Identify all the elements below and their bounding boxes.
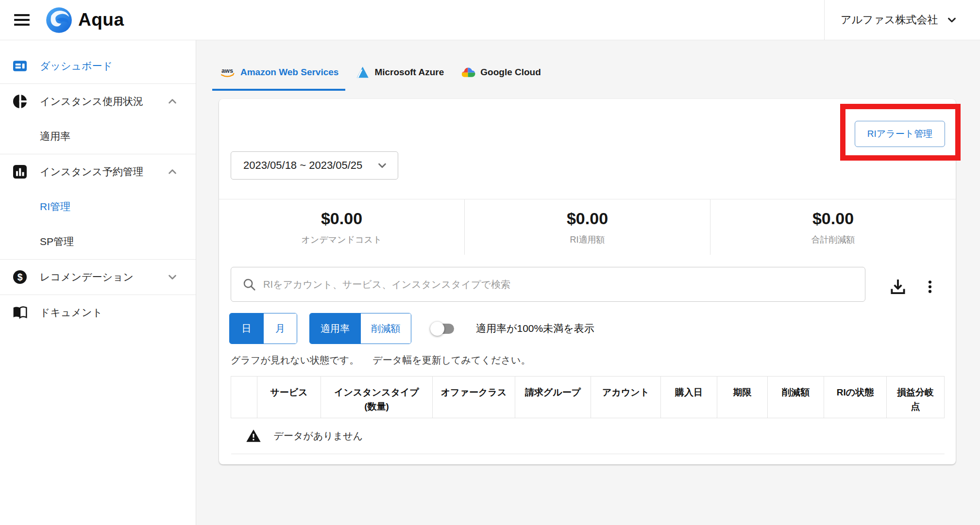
date-range-select[interactable]: 2023/05/18 ~ 2023/05/25 — [231, 151, 398, 180]
google-cloud-icon — [460, 66, 475, 78]
table-header-savings: 削減額 — [768, 377, 824, 418]
stat-total-savings: $0.00 合計削減額 — [710, 199, 956, 255]
chart-controls: 日 月 適用率 削減額 適用率が100%未満を表示 — [229, 313, 594, 344]
book-icon — [12, 305, 28, 320]
period-day-button[interactable]: 日 — [230, 313, 263, 344]
table-header-offering-class: オファークラス — [433, 377, 515, 418]
table-header-ri-status: RIの状態 — [824, 377, 887, 418]
ri-management-panel: RIアラート管理 2023/05/18 ~ 2023/05/25 $0.00 オ… — [219, 99, 956, 464]
kebab-menu-icon — [922, 279, 938, 295]
ri-table: サービス インスタンスタイプ (数量) オファークラス 請求グループ アカウント… — [231, 376, 945, 454]
stat-label: 合計削減額 — [811, 234, 855, 246]
hamburger-icon — [13, 12, 31, 28]
svg-text:$: $ — [17, 272, 23, 282]
aqua-logo-icon — [46, 7, 72, 33]
sidebar-item-ri-management[interactable]: RI管理 — [0, 189, 196, 224]
stat-value: $0.00 — [321, 209, 362, 228]
table-header-expiration: 期限 — [717, 377, 768, 418]
warning-icon — [246, 428, 261, 443]
stat-ri-applied-amount: $0.00 RI適用額 — [464, 199, 710, 255]
sidebar-item-sp-management[interactable]: SP管理 — [0, 224, 196, 259]
tab-label: Amazon Web Services — [240, 67, 338, 78]
tab-amazon-web-services[interactable]: aws Amazon Web Services — [212, 56, 345, 91]
company-selector[interactable]: アルファス株式会社 — [824, 0, 980, 40]
period-toggle: 日 月 — [229, 313, 297, 344]
tab-google-cloud[interactable]: Google Cloud — [454, 56, 548, 91]
sidebar-item-recommendation[interactable]: $ レコメンデーション — [0, 260, 196, 295]
company-name: アルファス株式会社 — [841, 13, 938, 27]
table-header-service: サービス — [257, 377, 321, 418]
cloud-provider-tabs: aws Amazon Web Services Microsoft Azure — [196, 40, 980, 91]
table-header-row: サービス インスタンスタイプ (数量) オファークラス 請求グループ アカウント… — [231, 377, 945, 418]
sidebar-label: インスタンス予約管理 — [40, 165, 143, 179]
cost-summary: $0.00 オンデマンドコスト $0.00 RI適用額 $0.00 合計削減額 — [219, 199, 956, 255]
tab-label: Microsoft Azure — [374, 67, 444, 78]
sidebar-item-documents[interactable]: ドキュメント — [0, 295, 196, 330]
aws-icon: aws — [219, 66, 236, 79]
sidebar-item-instance-usage[interactable]: インスタンス使用状況 — [0, 84, 196, 119]
main-content: aws Amazon Web Services Microsoft Azure — [196, 40, 980, 525]
chevron-up-icon — [166, 165, 179, 179]
sidebar-item-dashboard[interactable]: ダッシュボード — [0, 49, 196, 83]
pie-chart-icon — [12, 94, 28, 109]
ri-alert-management-button[interactable]: RIアラート管理 — [855, 121, 945, 147]
topbar: Aqua アルファス株式会社 — [0, 0, 980, 40]
stat-value: $0.00 — [567, 209, 608, 228]
chevron-down-icon — [375, 159, 389, 172]
search-box — [231, 267, 865, 302]
metric-toggle: 適用率 削減額 — [309, 313, 411, 344]
sidebar-label: ドキュメント — [40, 306, 102, 319]
more-options-button[interactable] — [922, 279, 938, 295]
table-header-instance-type: インスタンスタイプ (数量) — [321, 377, 433, 418]
stat-value: $0.00 — [812, 209, 854, 228]
graph-status-text: グラフが見れない状態です。 — [231, 355, 359, 365]
sidebar-label: インスタンス使用状況 — [40, 95, 143, 108]
table-header-purchase-date: 購入日 — [661, 377, 717, 418]
azure-icon — [355, 65, 370, 80]
empty-table-row: データがありません — [231, 418, 945, 454]
under-100-filter-switch[interactable] — [431, 324, 454, 334]
switch-knob — [430, 322, 444, 336]
chevron-down-icon — [945, 13, 959, 27]
sidebar-label: ダッシュボード — [40, 59, 113, 73]
search-input[interactable] — [263, 267, 865, 301]
sidebar-label: RI管理 — [40, 200, 70, 213]
graph-hint-text: データ幅を更新してみてください。 — [372, 355, 530, 365]
chevron-up-icon — [166, 95, 179, 108]
svg-text:aws: aws — [221, 67, 233, 74]
date-range-value: 2023/05/18 ~ 2023/05/25 — [243, 159, 362, 172]
hamburger-menu-button[interactable] — [13, 12, 31, 28]
under-100-filter-label: 適用率が100%未満を表示 — [476, 322, 594, 335]
stat-label: RI適用額 — [570, 234, 605, 246]
metric-amount-button[interactable]: 削減額 — [360, 313, 411, 344]
download-icon — [888, 277, 908, 297]
brand-name: Aqua — [78, 10, 124, 30]
table-header-break-even: 損益分岐点 — [887, 377, 945, 418]
table-header-select — [231, 377, 257, 418]
bar-chart-icon — [12, 164, 28, 180]
graph-status-message: グラフが見れない状態です。データ幅を更新してみてください。 — [231, 354, 530, 367]
tab-label: Google Cloud — [480, 67, 541, 78]
stat-ondemand-cost: $0.00 オンデマンドコスト — [219, 199, 464, 255]
dollar-circle-icon: $ — [12, 269, 28, 285]
tab-microsoft-azure[interactable]: Microsoft Azure — [348, 56, 451, 91]
sidebar-item-reservation[interactable]: インスタンス予約管理 — [0, 154, 196, 189]
table-header-billing-group: 請求グループ — [515, 377, 591, 418]
table-header-account: アカウント — [591, 377, 661, 418]
sidebar-label: SP管理 — [40, 235, 74, 248]
metric-rate-button[interactable]: 適用率 — [310, 313, 360, 344]
brand: Aqua — [46, 7, 124, 33]
sidebar-item-usage-rate[interactable]: 適用率 — [0, 119, 196, 154]
stat-label: オンデマンドコスト — [302, 234, 382, 246]
sidebar-label: レコメンデーション — [40, 270, 134, 284]
dashboard-icon — [12, 58, 28, 74]
search-icon — [242, 277, 256, 292]
period-month-button[interactable]: 月 — [263, 313, 297, 344]
download-button[interactable] — [888, 277, 908, 297]
chevron-down-icon — [166, 270, 179, 284]
empty-message: データがありません — [274, 429, 363, 443]
sidebar-label: 適用率 — [40, 130, 70, 143]
sidebar: ダッシュボード インスタンス使用状況 適用率 インスタンス予約管理 — [0, 40, 196, 525]
